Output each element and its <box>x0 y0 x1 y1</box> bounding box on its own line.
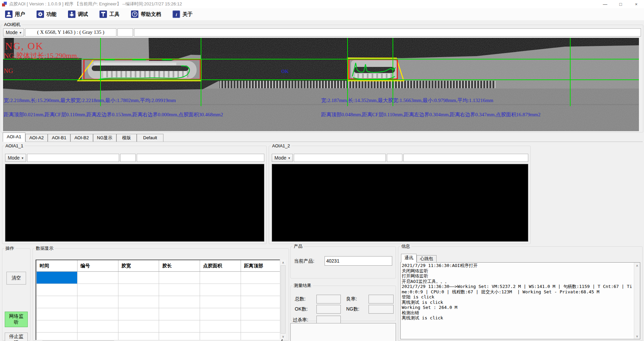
table-cell[interactable] <box>200 284 241 296</box>
window-controls: — □ × <box>597 0 644 8</box>
table-cell[interactable] <box>37 308 77 320</box>
tab-aoi-b1[interactable]: AOI-B1 <box>48 134 70 142</box>
toolbar-button-user[interactable]: 用户 <box>4 10 26 19</box>
close-button[interactable]: × <box>628 0 644 8</box>
toolbar-button-tools[interactable]: 工具 <box>98 10 120 19</box>
tab-template[interactable]: 模版 <box>116 134 137 142</box>
current-product-input[interactable] <box>325 256 392 266</box>
camera-view[interactable]: NG, OK NG:胶体过长:15.290mm, NG OK 宽:2.218mm… <box>3 38 639 131</box>
network-listen-button[interactable]: 网络监听 <box>5 312 28 327</box>
stop-listen-button[interactable]: 停止监听 <box>5 333 28 341</box>
maximize-button[interactable]: □ <box>613 0 628 8</box>
table-cell[interactable] <box>241 296 282 308</box>
hammer-icon <box>99 10 107 18</box>
info-group: 信息 通讯 心跳包 2021/7/29 11:36:30:AOI程序打开 关闭网… <box>398 243 643 341</box>
table-cell[interactable] <box>200 296 241 308</box>
table-cell[interactable] <box>241 272 282 284</box>
table-cell[interactable] <box>159 320 200 333</box>
table-cell[interactable] <box>37 272 77 284</box>
table-vertical-scrollbar[interactable]: ∧ ∨ <box>280 260 286 339</box>
table-cell[interactable] <box>118 272 159 284</box>
info-group-label: 信息 <box>400 243 412 249</box>
ng-label-text: NG <box>4 67 13 74</box>
total-label: 总数: <box>295 296 306 302</box>
table-cell[interactable] <box>241 284 282 296</box>
table-cell[interactable] <box>118 296 159 308</box>
toolbar-button-about[interactable]: i 关于 <box>172 10 194 19</box>
ok-count-label: OK数: <box>295 306 308 312</box>
right-stats-line2: 距离顶部0.048mm,距离CF层0.110mm,距离左边界0.304mm,距离… <box>321 112 540 117</box>
table-cell[interactable] <box>77 296 118 308</box>
right-stats-line1: 宽:2.187mm,长:14.352mm,最大胶宽:1.5663mm,最小:0.… <box>321 98 493 103</box>
mode-label: Mode <box>274 155 286 161</box>
clear-button[interactable]: 清空 <box>6 272 26 285</box>
scroll-down-icon[interactable]: ∨ <box>634 333 640 339</box>
table-cell[interactable] <box>200 333 241 341</box>
table-cell[interactable] <box>77 272 118 284</box>
table-cell[interactable] <box>77 308 118 320</box>
minimize-button[interactable]: — <box>597 0 613 8</box>
table-cell[interactable] <box>200 272 241 284</box>
camera-group: AOI相机 Mode ▾ ( X 6568, Y 1463 ) : ( Gray… <box>1 22 643 132</box>
panel-left-display[interactable] <box>5 164 264 242</box>
column-header[interactable]: 胶宽 <box>118 260 159 272</box>
column-header[interactable]: 时间 <box>37 260 77 272</box>
table-cell[interactable] <box>118 320 159 333</box>
tab-comm[interactable]: 通讯 <box>401 254 417 263</box>
toolbar-button-functions[interactable]: 功能 <box>36 10 58 19</box>
table-cell[interactable] <box>118 333 159 341</box>
table-cell[interactable] <box>37 333 77 341</box>
table-cell[interactable] <box>118 308 159 320</box>
panel-right-display[interactable] <box>272 164 528 242</box>
table-cell[interactable] <box>37 320 77 333</box>
column-header[interactable]: 胶长 <box>159 260 200 272</box>
tab-ng-display[interactable]: NG显示 <box>93 134 117 142</box>
results-group-label: 测量结果 <box>292 283 313 289</box>
column-header[interactable]: 编号 <box>77 260 118 272</box>
panel-left-mode-dropdown[interactable]: Mode ▾ <box>5 154 26 162</box>
table-cell[interactable] <box>241 320 282 333</box>
scrollbar-thumb[interactable] <box>281 265 286 334</box>
svg-text:i: i <box>176 12 177 17</box>
tab-aoi-a2[interactable]: AOI-A2 <box>25 134 48 142</box>
log-vertical-scrollbar[interactable]: ∧ ∨ <box>634 263 640 339</box>
table-cell[interactable] <box>37 284 77 296</box>
table-cell[interactable] <box>77 320 118 333</box>
scroll-up-icon[interactable]: ∧ <box>280 260 286 265</box>
info-icon: i <box>173 10 180 18</box>
panel-aoia1-2: AOIA1_2 Mode ▾ <box>269 143 531 244</box>
table-cell[interactable] <box>77 284 118 296</box>
table-cell[interactable] <box>241 308 282 320</box>
camera-image: NG, OK NG:胶体过长:15.290mm, NG OK 宽:2.218mm… <box>3 38 639 131</box>
column-header[interactable]: 距离顶部 <box>241 260 282 272</box>
panel-left-readout-field <box>27 154 119 162</box>
table-cell[interactable] <box>118 284 159 296</box>
table-cell[interactable] <box>159 272 200 284</box>
toolbar-label: 关于 <box>182 11 193 18</box>
column-header[interactable]: 点胶面积 <box>200 260 241 272</box>
table-cell[interactable] <box>200 308 241 320</box>
tab-default[interactable]: Default <box>137 134 163 142</box>
table-cell[interactable] <box>37 296 77 308</box>
yield-value <box>369 295 394 303</box>
tab-aoi-b2[interactable]: AOI-B2 <box>70 134 93 142</box>
toolbar-button-debug[interactable]: 调试 <box>67 10 89 19</box>
toolbar-button-help[interactable]: ? 帮助文档 <box>130 10 162 19</box>
tab-heartbeat[interactable]: 心跳包 <box>417 255 437 262</box>
panel-right-mode-dropdown[interactable]: Mode ▾ <box>272 154 293 162</box>
data-display-group-label: 数据显示 <box>35 245 55 251</box>
camera-mode-dropdown[interactable]: Mode ▾ <box>3 28 24 36</box>
table-cell[interactable] <box>241 333 282 341</box>
table-cell[interactable] <box>159 308 200 320</box>
table-cell[interactable] <box>200 320 241 333</box>
scroll-down-icon[interactable]: ∨ <box>280 334 286 339</box>
table-cell[interactable] <box>159 333 200 341</box>
product-group: 产品 当前产品: <box>290 243 396 278</box>
comm-log[interactable]: 2021/7/29 11:36:30:AOI程序打开 关闭网络监听 打开网络监听… <box>402 263 633 339</box>
table-row <box>37 284 282 296</box>
scroll-up-icon[interactable]: ∧ <box>634 263 640 268</box>
table-cell[interactable] <box>159 296 200 308</box>
tab-aoi-a1[interactable]: AOI-A1 <box>3 132 25 142</box>
table-cell[interactable] <box>77 333 118 341</box>
table-cell[interactable] <box>159 284 200 296</box>
